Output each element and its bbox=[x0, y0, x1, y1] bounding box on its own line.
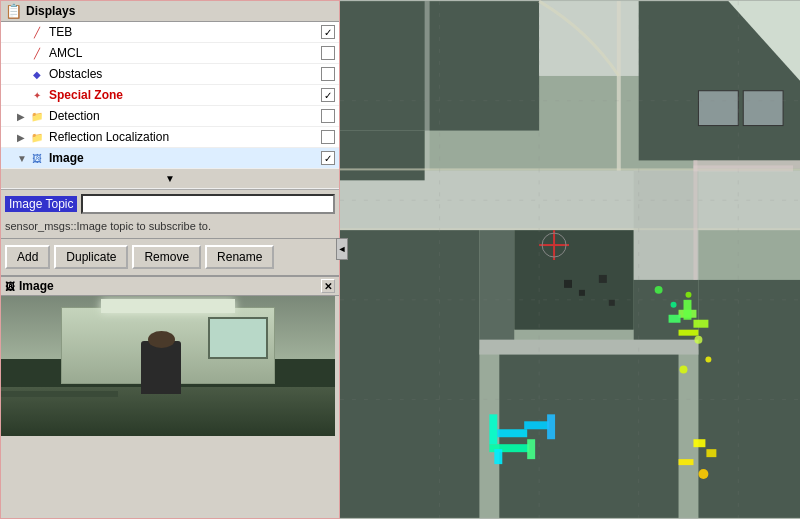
item-icon-reflection: 📁 bbox=[29, 129, 45, 145]
image-topic-row: Image Topic bbox=[5, 194, 335, 214]
displays-header: 📋 Displays bbox=[1, 1, 339, 22]
item-icon-detection: 📁 bbox=[29, 108, 45, 124]
svg-point-42 bbox=[680, 366, 688, 374]
rename-button[interactable]: Rename bbox=[205, 245, 274, 269]
image-topic-label: Image Topic bbox=[5, 196, 77, 212]
svg-rect-25 bbox=[489, 414, 497, 444]
expand-icon-reflection: ▶ bbox=[17, 132, 29, 143]
item-label-special-zone: Special Zone bbox=[49, 88, 317, 102]
display-item-image[interactable]: ▼ 🖼 Image bbox=[1, 148, 339, 169]
svg-rect-33 bbox=[693, 320, 708, 328]
map-visualization bbox=[340, 0, 800, 519]
duplicate-button[interactable]: Duplicate bbox=[54, 245, 128, 269]
expand-icon-detection: ▶ bbox=[17, 111, 29, 122]
image-canvas bbox=[1, 296, 335, 436]
display-item-obstacles[interactable]: ◆ Obstacles bbox=[1, 64, 339, 85]
image-topic-input[interactable] bbox=[81, 194, 335, 214]
item-label-reflection: Reflection Localization bbox=[49, 130, 317, 144]
image-window-close-button[interactable]: ✕ bbox=[321, 279, 335, 293]
svg-rect-36 bbox=[669, 315, 681, 323]
svg-rect-48 bbox=[579, 290, 585, 296]
svg-rect-50 bbox=[609, 300, 615, 306]
add-button[interactable]: Add bbox=[5, 245, 50, 269]
item-icon-teb: ╱ bbox=[29, 24, 45, 40]
svg-rect-62 bbox=[693, 165, 793, 171]
item-label-teb: TEB bbox=[49, 25, 317, 39]
svg-rect-24 bbox=[693, 160, 697, 279]
svg-rect-35 bbox=[684, 300, 692, 320]
scroll-arrow[interactable]: ▼ bbox=[1, 169, 339, 189]
svg-point-38 bbox=[671, 302, 677, 308]
svg-rect-18 bbox=[479, 230, 514, 349]
checkbox-special-zone[interactable] bbox=[321, 88, 335, 102]
desk bbox=[1, 391, 118, 397]
checkbox-teb[interactable] bbox=[321, 25, 335, 39]
item-label-detection: Detection bbox=[49, 109, 317, 123]
display-item-teb[interactable]: ╱ TEB bbox=[1, 22, 339, 43]
remove-button[interactable]: Remove bbox=[132, 245, 201, 269]
camera-scene bbox=[1, 296, 335, 436]
svg-rect-45 bbox=[679, 459, 694, 465]
display-item-reflection[interactable]: ▶ 📁 Reflection Localization bbox=[1, 127, 339, 148]
svg-rect-13 bbox=[340, 230, 479, 518]
svg-rect-15 bbox=[698, 280, 800, 518]
display-item-special-zone[interactable]: ✦ Special Zone bbox=[1, 85, 339, 106]
divider-handle[interactable]: ◄ bbox=[336, 238, 348, 260]
item-label-image: Image bbox=[49, 151, 317, 165]
svg-point-41 bbox=[705, 357, 711, 363]
svg-rect-34 bbox=[679, 330, 699, 336]
svg-rect-16 bbox=[514, 230, 633, 330]
light bbox=[101, 299, 235, 313]
svg-rect-44 bbox=[706, 449, 716, 457]
item-icon-special-zone: ✦ bbox=[29, 87, 45, 103]
checkbox-obstacles[interactable] bbox=[321, 67, 335, 81]
left-panel: 📋 Displays ╱ TEB ╱ AMCL ◆ Obstacles bbox=[0, 0, 340, 519]
svg-rect-17 bbox=[634, 170, 699, 280]
item-label-amcl: AMCL bbox=[49, 46, 317, 60]
properties-area: Image Topic sensor_msgs::Image topic to … bbox=[1, 190, 339, 239]
display-item-detection[interactable]: ▶ 📁 Detection bbox=[1, 106, 339, 127]
item-icon-amcl: ╱ bbox=[29, 45, 45, 61]
svg-rect-20 bbox=[479, 340, 698, 355]
svg-rect-30 bbox=[527, 439, 535, 459]
displays-title: Displays bbox=[26, 4, 75, 18]
svg-rect-47 bbox=[564, 280, 572, 288]
svg-rect-31 bbox=[494, 449, 502, 464]
svg-point-46 bbox=[698, 469, 708, 479]
svg-rect-8 bbox=[743, 91, 783, 126]
svg-rect-43 bbox=[693, 439, 705, 447]
svg-rect-49 bbox=[599, 275, 607, 283]
display-item-amcl[interactable]: ╱ AMCL bbox=[1, 43, 339, 64]
person-head bbox=[148, 331, 175, 348]
checkbox-detection[interactable] bbox=[321, 109, 335, 123]
image-window: 🖼 Image ✕ bbox=[1, 277, 339, 518]
svg-rect-26 bbox=[497, 429, 527, 437]
svg-rect-22 bbox=[340, 228, 800, 230]
image-window-icon: 🖼 bbox=[5, 281, 15, 292]
displays-list: ╱ TEB ╱ AMCL ◆ Obstacles ✦ Special Zone bbox=[1, 22, 339, 190]
item-icon-image: 🖼 bbox=[29, 150, 45, 166]
item-label-obstacles: Obstacles bbox=[49, 67, 317, 81]
svg-point-37 bbox=[655, 286, 663, 294]
svg-rect-3 bbox=[539, 1, 619, 76]
image-topic-description: sensor_msgs::Image topic to subscribe to… bbox=[5, 218, 335, 234]
svg-point-40 bbox=[694, 336, 702, 344]
item-icon-obstacles: ◆ bbox=[29, 66, 45, 82]
svg-rect-7 bbox=[698, 91, 738, 126]
expand-icon-image: ▼ bbox=[17, 153, 29, 164]
checkbox-amcl[interactable] bbox=[321, 46, 335, 60]
svg-rect-28 bbox=[547, 414, 555, 439]
displays-icon: 📋 bbox=[5, 3, 22, 19]
map-panel bbox=[340, 0, 800, 519]
svg-rect-12 bbox=[340, 131, 425, 181]
window-bg bbox=[208, 317, 268, 359]
svg-point-39 bbox=[685, 292, 691, 298]
checkbox-reflection[interactable] bbox=[321, 130, 335, 144]
person-body bbox=[141, 341, 181, 394]
buttons-area: Add Duplicate Remove Rename bbox=[1, 239, 339, 277]
svg-rect-27 bbox=[524, 421, 549, 429]
svg-rect-11 bbox=[425, 1, 430, 170]
image-window-header: 🖼 Image ✕ bbox=[1, 277, 339, 296]
image-window-title: Image bbox=[19, 279, 54, 293]
checkbox-image[interactable] bbox=[321, 151, 335, 165]
